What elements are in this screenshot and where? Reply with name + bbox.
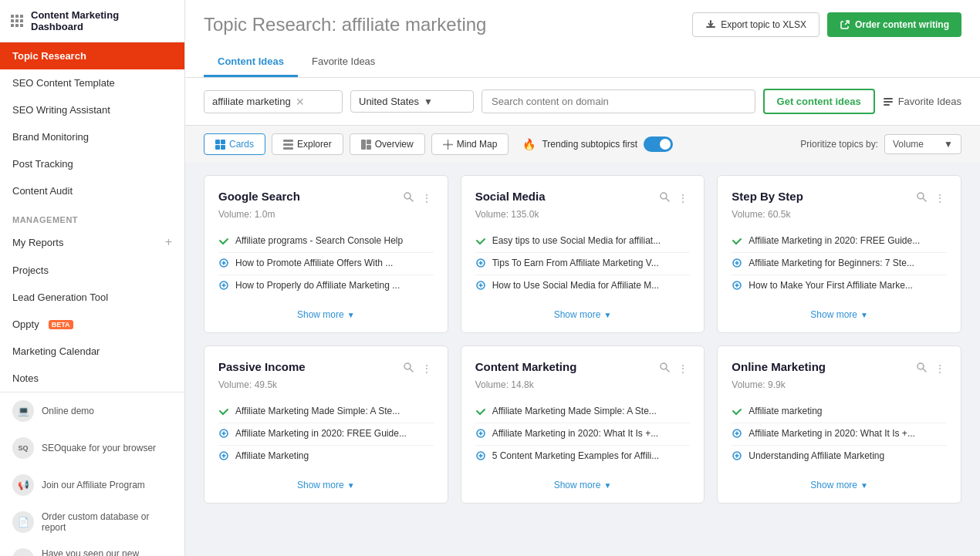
megaphone-icon: 📢 [12,474,34,496]
search-domain-input[interactable] [482,89,755,113]
show-more-button[interactable]: Show more ▼ [218,477,434,494]
show-more-button[interactable]: Show more ▼ [732,477,947,494]
sidebar-bottom-affiliate[interactable]: 📢 Join our Affiliate Program [0,467,184,504]
sidebar-bottom-online-demo[interactable]: 💻 Online demo [0,393,184,430]
search-icon[interactable] [914,190,928,206]
more-icon[interactable]: ⋮ [676,361,690,376]
volume-select[interactable]: Volume ▼ [884,134,961,154]
card-header: Online Marketing ⋮ [732,360,947,376]
card-actions: ⋮ [914,190,947,206]
tab-favorite-ideas[interactable]: Favorite Ideas [298,48,389,77]
export-button[interactable]: Export topic to XLSX [692,12,819,37]
sidebar-item-projects[interactable]: Projects [0,257,184,284]
sidebar-item-seo-content-template[interactable]: SEO Content Template [0,69,184,96]
tab-content-ideas[interactable]: Content Ideas [204,48,298,77]
card-item-text[interactable]: Affiliate Marketing in 2020: FREE Guide.… [235,427,407,440]
more-icon[interactable]: ⋮ [933,190,947,206]
sidebar-item-label: Oppty [12,318,39,330]
list-icon [883,96,894,107]
show-more-button[interactable]: Show more ▼ [732,306,947,323]
more-icon[interactable]: ⋮ [420,190,434,206]
card-item-text[interactable]: Understanding Affiliate Marketing [749,450,884,463]
show-more-button[interactable]: Show more ▼ [475,477,691,494]
keyword-value: affiliate marketing [212,96,291,107]
view-cards-button[interactable]: Cards [204,133,265,155]
sidebar-item-notes[interactable]: Notes [0,365,184,392]
country-select[interactable]: United States ▼ [350,90,474,113]
sidebar-item-oppty[interactable]: Oppty BETA [0,311,184,338]
sidebar-bottom-label: SEOquake for your browser [42,443,156,453]
trending-toggle-switch[interactable] [644,136,673,152]
card-item: Affiliate Marketing Made Simple: A Ste..… [475,401,691,423]
external-link-icon [840,19,850,30]
card-item-text[interactable]: How to Use Social Media for Affiliate M.… [492,279,660,292]
card-title: Step By Step [732,190,803,203]
info-icon [475,280,486,293]
sidebar: Content Marketing Dashboard Topic Resear… [0,0,185,556]
view-overview-button[interactable]: Overview [350,133,425,155]
sidebar-item-marketing-calendar[interactable]: Marketing Calendar [0,338,184,365]
card-item-text[interactable]: 5 Content Marketing Examples for Affili.… [492,450,660,463]
card-item-text[interactable]: Affiliate Marketing Made Simple: A Ste..… [492,405,657,418]
clear-keyword-icon[interactable]: ✕ [296,96,305,108]
more-icon[interactable]: ⋮ [676,190,690,206]
card-item-text[interactable]: How to Make Your First Affiliate Marke..… [749,279,913,292]
card-item-text[interactable]: Affiliate Marketing [235,450,309,463]
card-item-text[interactable]: Tips To Earn From Affiliate Marketing V.… [492,257,659,270]
search-icon[interactable] [657,360,671,376]
view-explorer-button[interactable]: Explorer [272,133,343,155]
more-icon[interactable]: ⋮ [933,361,947,376]
card-actions: ⋮ [914,360,947,376]
export-label: Export topic to XLSX [721,19,806,30]
show-more-label: Show more [554,480,601,490]
get-ideas-button[interactable]: Get content ideas [763,89,875,114]
show-more-label: Show more [554,309,601,320]
show-more-button[interactable]: Show more ▼ [475,306,691,323]
card-item-text[interactable]: Affiliate Marketing in 2020: FREE Guide.… [749,234,920,248]
sidebar-item-label: Lead Generation Tool [12,291,108,303]
card-title: Online Marketing [732,360,826,373]
search-icon[interactable] [401,360,415,376]
view-mindmap-button[interactable]: Mind Map [431,133,509,155]
search-icon[interactable] [914,360,928,376]
mindmap-label: Mind Map [457,139,498,150]
card-item-text[interactable]: Affiliate Marketing for Beginners: 7 Ste… [749,257,914,270]
chevron-down-icon: ▼ [944,139,953,150]
card-social-media: Social Media ⋮ Volume: 135.0k Easy tips … [461,175,705,333]
card-item-text[interactable]: How to Promote Affiliate Offers With ... [235,257,393,270]
sidebar-item-lead-generation[interactable]: Lead Generation Tool [0,284,184,311]
sidebar-item-topic-research[interactable]: Topic Research [0,42,184,69]
svg-rect-9 [283,140,293,142]
svg-rect-4 [884,104,890,106]
card-actions: ⋮ [657,360,690,376]
overview-label: Overview [375,139,414,150]
card-item-text[interactable]: Easy tips to use Social Media for affili… [492,234,661,248]
sidebar-bottom-seoquake[interactable]: SQ SEOquake for your browser [0,430,184,467]
more-icon[interactable]: ⋮ [420,361,434,376]
card-google-search: Google Search ⋮ Volume: 1.0m Affiliate p… [204,175,448,333]
sidebar-bottom-order-database[interactable]: 📄 Order custom database or report [0,504,184,541]
svg-rect-6 [221,140,225,144]
card-item-text[interactable]: Affiliate programs - Search Console Help [235,234,403,248]
sidebar-item-content-audit[interactable]: Content Audit [0,177,184,204]
search-icon[interactable] [401,190,415,206]
show-more-button[interactable]: Show more ▼ [218,306,434,323]
card-item-text[interactable]: How to Properly do Affiliate Marketing .… [235,279,400,292]
order-content-button[interactable]: Order content writing [827,12,961,37]
card-item-text[interactable]: Affiliate Marketing Made Simple: A Ste..… [235,405,400,418]
svg-rect-2 [884,98,893,99]
sidebar-item-seo-writing-assistant[interactable]: SEO Writing Assistant [0,96,184,123]
search-icon[interactable] [657,190,671,206]
card-header: Google Search ⋮ [218,190,434,206]
sidebar-item-my-reports[interactable]: My Reports + [0,227,184,257]
card-items: Affiliate Marketing Made Simple: A Ste..… [218,401,434,467]
card-item-text[interactable]: Affiliate Marketing in 2020: What It Is … [749,427,915,440]
sidebar-bottom-api[interactable]: {} Have you seen our new customizable AP… [0,541,184,556]
add-report-icon[interactable]: + [165,235,172,249]
explorer-icon [283,140,293,150]
card-item-text[interactable]: Affiliate Marketing in 2020: What It Is … [492,427,659,440]
favorite-ideas-link[interactable]: Favorite Ideas [883,96,961,107]
sidebar-item-brand-monitoring[interactable]: Brand Monitoring [0,123,184,150]
card-item-text[interactable]: Affiliate marketing [749,405,822,418]
sidebar-item-post-tracking[interactable]: Post Tracking [0,150,184,177]
